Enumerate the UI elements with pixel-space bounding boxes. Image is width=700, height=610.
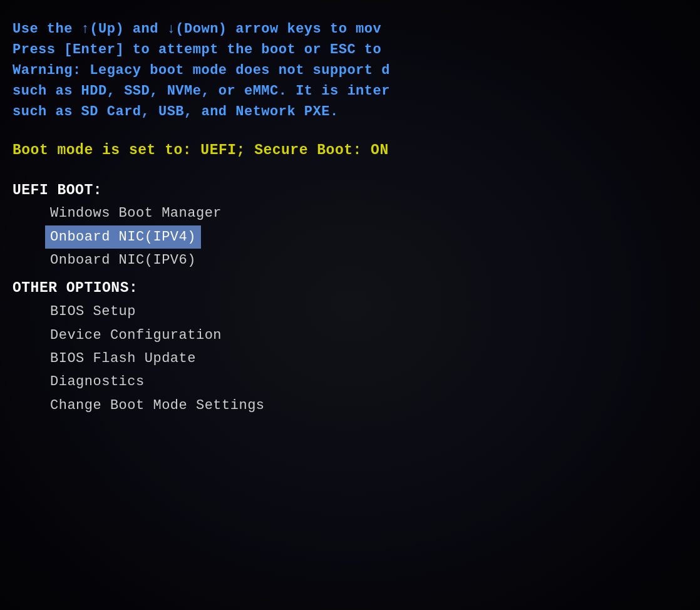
- boot-item-nic-ipv4[interactable]: Onboard NIC(IPV4): [45, 225, 201, 249]
- option-bios-flash[interactable]: BIOS Flash Update: [13, 347, 687, 370]
- option-device-config[interactable]: Device Configuration: [13, 324, 687, 347]
- instruction-line-5: such as SD Card, USB, and Network PXE.: [13, 101, 687, 122]
- uefi-boot-header: UEFI BOOT:: [13, 179, 687, 202]
- bios-screen: Use the ↑(Up) and ↓(Down) arrow keys to …: [0, 0, 700, 610]
- option-change-boot-mode[interactable]: Change Boot Mode Settings: [13, 394, 687, 417]
- option-diagnostics[interactable]: Diagnostics: [13, 370, 687, 393]
- boot-item-nic-ipv4-wrapper: Onboard NIC(IPV4): [13, 225, 687, 249]
- instruction-line-1: Use the ↑(Up) and ↓(Down) arrow keys to …: [13, 19, 687, 39]
- instruction-line-4: such as HDD, SSD, NVMe, or eMMC. It is i…: [13, 81, 687, 101]
- boot-item-nic-ipv6[interactable]: Onboard NIC(IPV6): [13, 249, 687, 272]
- boot-mode-status: Boot mode is set to: UEFI; Secure Boot: …: [13, 140, 687, 162]
- option-bios-setup[interactable]: BIOS Setup: [13, 300, 687, 323]
- instruction-line-2: Press [Enter] to attempt the boot or ESC…: [13, 39, 687, 60]
- instruction-block: Use the ↑(Up) and ↓(Down) arrow keys to …: [13, 19, 687, 122]
- other-options-header: OTHER OPTIONS:: [13, 277, 687, 300]
- other-options-section: OTHER OPTIONS: BIOS Setup Device Configu…: [13, 277, 687, 417]
- instruction-line-3: Warning: Legacy boot mode does not suppo…: [13, 60, 687, 81]
- boot-item-windows[interactable]: Windows Boot Manager: [13, 202, 687, 225]
- uefi-boot-section: UEFI BOOT: Windows Boot Manager Onboard …: [13, 179, 687, 272]
